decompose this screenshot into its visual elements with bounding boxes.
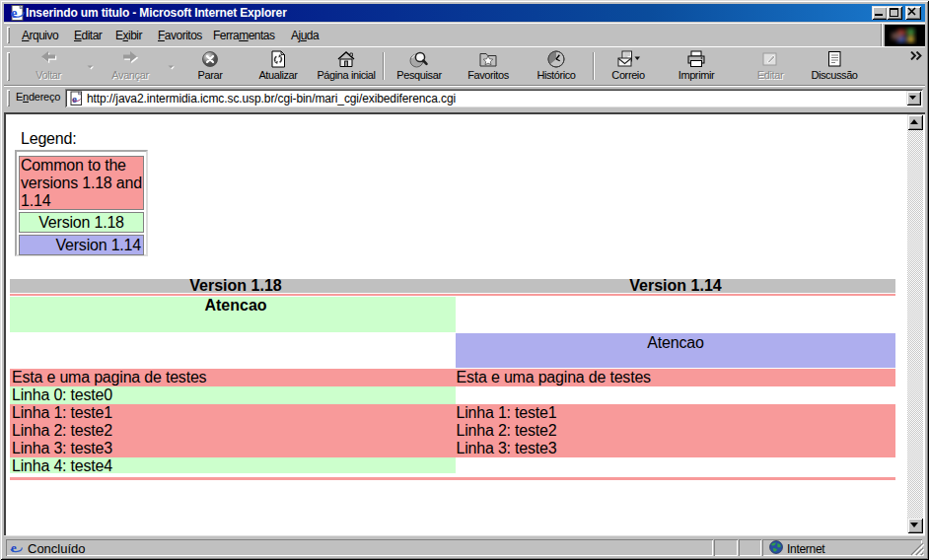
svg-text:e: e <box>72 93 77 105</box>
